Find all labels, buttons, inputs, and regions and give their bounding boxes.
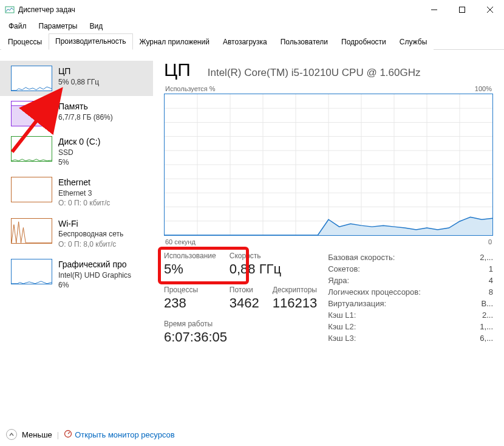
menu-file[interactable]: Файл [4, 21, 32, 32]
base-speed-value: 2,... [465, 252, 493, 263]
processes-label: Процессы [164, 286, 216, 294]
base-speed-label: Базовая скорость: [328, 252, 465, 263]
stats-left: Использование 5% Скорость 0,88 ГГц Проце… [164, 252, 317, 345]
titlebar: Диспетчер задач [0, 0, 504, 19]
main-panel: ЦП Intel(R) Core(TM) i5-10210U CPU @ 1.6… [153, 50, 504, 414]
window-controls [420, 0, 504, 19]
disk-sub1: SSD [58, 148, 100, 157]
virt-label: Виртуализация: [328, 298, 465, 309]
maximize-button[interactable] [448, 0, 476, 19]
sidebar-item-cpu[interactable]: ЦП 5% 0,88 ГГц [0, 61, 153, 96]
disk-sub2: 5% [58, 157, 100, 167]
chart-label-bottomright: 0 [488, 238, 492, 245]
sidebar-item-disk[interactable]: Диск 0 (C:) SSD 5% [0, 131, 153, 172]
memory-thumb [11, 101, 52, 126]
chart-label-topleft: Используется % [165, 85, 216, 92]
wifi-title: Wi-Fi [58, 218, 123, 230]
wifi-sub1: Беспроводная сеть [58, 229, 123, 239]
tab-app-history[interactable]: Журнал приложений [133, 34, 216, 50]
uptime-value: 6:07:36:05 [164, 329, 317, 345]
wifi-thumb [11, 218, 52, 244]
chevron-up-icon[interactable] [6, 429, 17, 440]
performance-sidebar: ЦП 5% 0,88 ГГц Память 6,7/7,8 ГБ (86%) Д… [0, 50, 153, 414]
open-resmon-link[interactable]: Открыть монитор ресурсов [64, 430, 174, 440]
window-title: Диспетчер задач [18, 5, 420, 14]
stat-processes: Процессы 238 [164, 286, 216, 311]
l2-value: 1,... [465, 321, 493, 332]
sockets-label: Сокетов: [328, 263, 465, 275]
cpu-usage-chart [164, 94, 493, 236]
memory-title: Память [58, 101, 113, 112]
tab-startup[interactable]: Автозагрузка [216, 34, 274, 50]
separator: | [57, 430, 59, 439]
content-area: ЦП 5% 0,88 ГГц Память 6,7/7,8 ГБ (86%) Д… [0, 50, 504, 414]
gpu-thumb [11, 259, 52, 284]
system-info: Базовая скорость:2,... Сокетов:1 Ядра:4 … [328, 252, 493, 345]
l1-label: Кэш L1: [328, 309, 465, 321]
svg-rect-5 [12, 106, 52, 126]
handles-label: Дескрипторы [273, 286, 317, 294]
cpu-model: Intel(R) Core(TM) i5-10210U CPU @ 1.60GH… [208, 67, 421, 79]
sidebar-item-ethernet[interactable]: Ethernet Ethernet 3 О: 0 П: 0 кбит/с [0, 172, 153, 213]
processes-value: 238 [164, 295, 216, 311]
ethernet-sub1: Ethernet 3 [58, 188, 110, 198]
page-title: ЦП [164, 60, 191, 80]
ethernet-title: Ethernet [58, 177, 110, 188]
memory-sub: 6,7/7,8 ГБ (86%) [58, 112, 113, 122]
cpu-thumb [11, 66, 52, 91]
stat-handles: Дескрипторы 116213 [273, 286, 317, 311]
tab-services[interactable]: Службы [393, 34, 434, 50]
chart-label-topright: 100% [475, 85, 492, 92]
usage-value: 5% [164, 261, 216, 277]
speed-value: 0,88 ГГц [230, 261, 317, 277]
minimize-button[interactable] [420, 0, 448, 19]
virt-value: В... [465, 298, 493, 309]
svg-rect-0 [5, 7, 14, 13]
l3-value: 6,... [465, 332, 493, 344]
l3-label: Кэш L3: [328, 332, 465, 344]
tab-details[interactable]: Подробности [335, 34, 393, 50]
uptime-label: Время работы [164, 320, 317, 328]
resmon-label: Открыть монитор ресурсов [75, 430, 174, 439]
sidebar-item-gpu[interactable]: Графический про Intel(R) UHD Graphics 6% [0, 254, 153, 295]
cpu-sub: 5% 0,88 ГГц [58, 77, 99, 87]
menu-view[interactable]: Вид [84, 21, 107, 32]
ethernet-thumb [11, 177, 52, 202]
fewer-details-button[interactable]: Меньше [22, 430, 52, 439]
sidebar-item-wifi[interactable]: Wi-Fi Беспроводная сеть О: 0 П: 8,0 кбит… [0, 213, 153, 254]
tab-users[interactable]: Пользователи [274, 34, 335, 50]
stat-speed: Скорость 0,88 ГГц [230, 252, 317, 277]
stat-uptime: Время работы 6:07:36:05 [164, 320, 317, 345]
stat-threads: Потоки 3462 [230, 286, 259, 311]
tab-processes[interactable]: Процессы [1, 34, 49, 50]
disk-title: Диск 0 (C:) [58, 136, 100, 148]
disk-thumb [11, 136, 52, 162]
gpu-title: Графический про [58, 259, 131, 270]
wifi-sub2: О: 0 П: 8,0 кбит/с [58, 239, 123, 249]
sockets-value: 1 [465, 263, 493, 275]
footer: Меньше | Открыть монитор ресурсов [6, 429, 175, 440]
menu-options[interactable]: Параметры [34, 21, 83, 32]
logical-label: Логических процессоров: [328, 286, 465, 298]
l1-value: 2... [465, 309, 493, 321]
cores-label: Ядра: [328, 275, 465, 286]
threads-value: 3462 [230, 295, 259, 311]
tab-strip: Процессы Производительность Журнал прило… [0, 33, 504, 50]
stats-area: Использование 5% Скорость 0,88 ГГц Проце… [164, 252, 493, 345]
resmon-icon [64, 430, 72, 440]
tab-performance[interactable]: Производительность [49, 33, 132, 50]
svg-rect-2 [460, 7, 465, 13]
app-icon [5, 5, 15, 15]
cores-value: 4 [465, 275, 493, 286]
chart-label-bottomleft: 60 секунд [165, 238, 196, 245]
speed-label: Скорость [230, 252, 317, 260]
gpu-sub1: Intel(R) UHD Graphics [58, 270, 131, 280]
logical-value: 8 [465, 286, 493, 298]
stat-usage: Использование 5% [164, 252, 216, 277]
sidebar-item-memory[interactable]: Память 6,7/7,8 ГБ (86%) [0, 96, 153, 131]
ethernet-sub2: О: 0 П: 0 кбит/с [58, 198, 110, 208]
usage-label: Использование [164, 252, 216, 260]
close-button[interactable] [476, 0, 504, 19]
threads-label: Потоки [230, 286, 259, 294]
cpu-title: ЦП [58, 66, 99, 77]
